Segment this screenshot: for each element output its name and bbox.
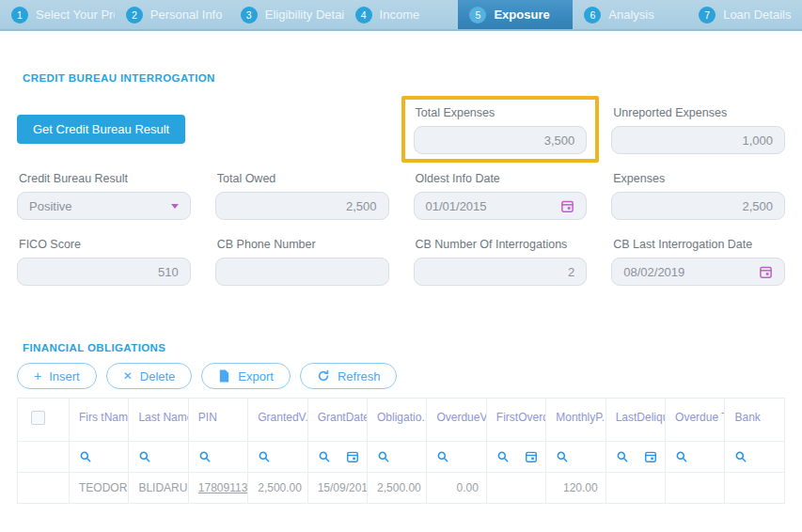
fico-score-label: FICO Score bbox=[19, 238, 191, 254]
cb-number-of-interrogations-field[interactable]: 2 bbox=[414, 258, 588, 286]
refresh-button[interactable]: Refresh bbox=[300, 363, 398, 389]
cell-first-name: TEODOR bbox=[70, 473, 129, 504]
expenses-value: 2,500 bbox=[742, 199, 773, 213]
column-header-monthly-payment[interactable]: MonthlyP... bbox=[546, 399, 605, 442]
credit-bureau-result-label: Credit Bureau Result bbox=[19, 172, 191, 188]
credit-bureau-result-value: Positive bbox=[29, 199, 72, 213]
step-number-badge: 4 bbox=[355, 7, 372, 23]
cell-monthly-payment: 120.00 bbox=[546, 473, 605, 504]
cb-phone-number-field[interactable] bbox=[215, 258, 389, 286]
calendar-icon[interactable] bbox=[346, 450, 359, 463]
calendar-icon[interactable] bbox=[560, 199, 574, 213]
wizard-step-personal-info[interactable]: 2 Personal Info bbox=[115, 0, 229, 29]
pin-link[interactable]: 17809113... bbox=[198, 481, 248, 494]
search-icon[interactable] bbox=[198, 450, 212, 463]
wizard-step-select-your-product[interactable]: 1 Select Your Produ bbox=[0, 0, 115, 29]
cb-last-interrogation-date-field[interactable]: 08/02/2019 bbox=[611, 258, 785, 286]
cell-first-overdue bbox=[486, 473, 545, 504]
step-label: Exposure bbox=[494, 8, 549, 22]
cell-last-delinquency bbox=[605, 473, 665, 504]
column-header-pin[interactable]: PIN bbox=[188, 399, 247, 442]
delete-button-label: Delete bbox=[140, 369, 176, 383]
cell-granted-value: 2,500.00 bbox=[248, 473, 307, 504]
column-header-bank[interactable]: Bank bbox=[725, 399, 785, 442]
cell-bank bbox=[725, 473, 785, 504]
cell-obligation: 2,500.00 bbox=[368, 473, 427, 504]
unreported-expenses-field[interactable]: 1,000 bbox=[611, 126, 785, 154]
wizard-step-loan-details[interactable]: 7 Loan Details bbox=[687, 0, 802, 29]
insert-button[interactable]: + Insert bbox=[17, 363, 97, 389]
financial-obligations-table: Firs tName Last Name PIN GrantedV... Gra… bbox=[17, 398, 785, 504]
oldest-info-date-label: Oldest Info Date bbox=[416, 172, 588, 188]
expenses-field[interactable]: 2,500 bbox=[611, 192, 785, 220]
step-label: Personal Info bbox=[150, 8, 223, 22]
step-label: Analysis bbox=[608, 8, 653, 22]
column-header-granted-value[interactable]: GrantedV... bbox=[248, 399, 307, 442]
plus-icon: + bbox=[34, 369, 41, 383]
total-expenses-label: Total Expenses bbox=[416, 106, 588, 122]
column-header-overdue-t[interactable]: Overdue T... bbox=[666, 399, 725, 442]
search-icon[interactable] bbox=[675, 450, 688, 463]
financial-obligations-section-title: FINANCIAL OBLIGATIONS bbox=[23, 286, 785, 353]
column-header-obligation[interactable]: Obligatio... bbox=[368, 399, 427, 442]
oldest-info-date-field[interactable]: 01/01/2015 bbox=[414, 192, 588, 220]
column-header-first-overdue[interactable]: FirstOverd... bbox=[486, 399, 545, 442]
search-icon[interactable] bbox=[318, 450, 331, 463]
fico-score-value: 510 bbox=[158, 265, 179, 279]
wizard-step-income[interactable]: 4 Income bbox=[344, 0, 459, 29]
select-all-checkbox[interactable] bbox=[31, 411, 45, 425]
step-number-badge: 2 bbox=[126, 7, 143, 23]
search-icon[interactable] bbox=[734, 450, 747, 463]
calendar-icon[interactable] bbox=[759, 265, 773, 279]
table-row[interactable]: TEODOR BLIDARUS 17809113... 2,500.00 15/… bbox=[18, 473, 785, 504]
fico-score-field[interactable]: 510 bbox=[17, 258, 191, 286]
credit-bureau-result-select[interactable]: Positive bbox=[17, 192, 191, 220]
step-label: Eligibility Details bbox=[265, 8, 344, 22]
export-button[interactable]: Export bbox=[201, 363, 291, 389]
total-owed-value: 2,500 bbox=[346, 199, 377, 213]
refresh-button-label: Refresh bbox=[338, 369, 381, 383]
wizard-step-analysis[interactable]: 6 Analysis bbox=[573, 0, 687, 29]
cell-overdue-value: 0.00 bbox=[427, 473, 486, 504]
cell-overdue-t bbox=[666, 473, 725, 504]
export-button-label: Export bbox=[238, 369, 274, 383]
calendar-icon[interactable] bbox=[525, 450, 538, 463]
calendar-icon[interactable] bbox=[644, 450, 657, 463]
step-label: Loan Details bbox=[723, 8, 791, 22]
column-header-last-name[interactable]: Last Name bbox=[129, 399, 188, 442]
column-header-overdue-value[interactable]: OverdueV... bbox=[427, 399, 486, 442]
credit-bureau-form: Get Credit Bureau Result Total Expenses … bbox=[17, 106, 785, 286]
financial-obligations-toolbar: + Insert ✕ Delete Export Refresh bbox=[17, 363, 785, 389]
cell-grant-date: 15/09/2018 bbox=[307, 473, 367, 504]
cb-number-of-interrogations-label: CB Number Of Interrogations bbox=[416, 238, 588, 254]
search-icon[interactable] bbox=[496, 450, 510, 463]
get-credit-bureau-result-button[interactable]: Get Credit Bureau Result bbox=[17, 115, 185, 144]
search-icon[interactable] bbox=[616, 450, 629, 463]
total-expenses-field[interactable]: 3,500 bbox=[414, 126, 588, 154]
total-expenses-value: 3,500 bbox=[544, 133, 575, 148]
step-label: Select Your Produ bbox=[36, 8, 115, 22]
search-icon[interactable] bbox=[556, 450, 569, 463]
x-icon: ✕ bbox=[123, 370, 133, 382]
column-header-first-name[interactable]: Firs tName bbox=[70, 399, 129, 442]
refresh-icon bbox=[317, 369, 330, 383]
total-owed-field[interactable]: 2,500 bbox=[215, 192, 389, 220]
step-number-badge: 3 bbox=[241, 7, 258, 23]
wizard-steps-bar: 1 Select Your Produ 2 Personal Info 3 El… bbox=[0, 0, 802, 31]
wizard-step-exposure-active[interactable]: 5 Exposure bbox=[458, 0, 573, 29]
column-header-grant-date[interactable]: GrantDate bbox=[307, 399, 367, 442]
step-number-badge: 6 bbox=[584, 7, 601, 23]
search-icon[interactable] bbox=[258, 450, 271, 463]
wizard-step-eligibility-details[interactable]: 3 Eligibility Details bbox=[229, 0, 344, 29]
chevron-down-icon[interactable] bbox=[171, 204, 179, 209]
search-icon[interactable] bbox=[436, 450, 449, 463]
unreported-expenses-value: 1,000 bbox=[742, 133, 773, 148]
table-header-row: Firs tName Last Name PIN GrantedV... Gra… bbox=[18, 399, 785, 442]
search-icon[interactable] bbox=[377, 450, 390, 463]
search-icon[interactable] bbox=[138, 450, 151, 463]
delete-button[interactable]: ✕ Delete bbox=[106, 363, 193, 389]
step-label: Income bbox=[380, 8, 420, 22]
search-icon[interactable] bbox=[79, 450, 92, 463]
column-header-last-delinquency[interactable]: LastDeliqu... bbox=[605, 399, 665, 442]
insert-button-label: Insert bbox=[49, 369, 80, 383]
